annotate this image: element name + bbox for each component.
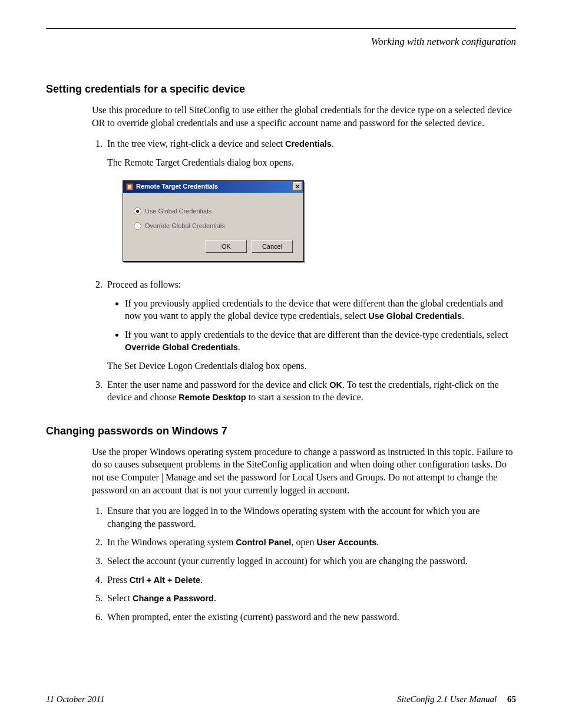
- step-2: Proceed as follows: If you previously ap…: [105, 278, 516, 373]
- page-number: 65: [507, 694, 516, 704]
- pw-step-5: Select Change a Password.: [105, 592, 516, 605]
- radio-override-global[interactable]: Override Global Credentials: [134, 222, 293, 230]
- pw-step-1: Ensure that you are logged in to the Win…: [105, 505, 516, 530]
- step-2-bullet-1-b: .: [462, 311, 464, 321]
- section-heading-passwords: Changing passwords on Windows 7: [46, 425, 516, 437]
- step-2-bullet-2: If you want to apply credentials to the …: [125, 328, 516, 354]
- footer-version: 2.1: [437, 694, 448, 704]
- ok-button[interactable]: OK: [206, 240, 247, 253]
- dialog-titlebar: Remote Target Credentials ✕: [123, 181, 303, 193]
- change-password-label: Change a Password: [133, 594, 214, 603]
- remote-desktop-label: Remote Desktop: [178, 393, 246, 402]
- credentials-label: Credentials: [285, 139, 332, 149]
- radio-use-global[interactable]: Use Global Credentials: [134, 207, 293, 216]
- footer-date: 11 October 2011: [46, 694, 104, 704]
- radio-override-global-label: Override Global Credentials: [145, 222, 225, 230]
- pw-step-2-c: .: [376, 537, 379, 547]
- pw-step-4-b: .: [200, 575, 203, 585]
- step-1-result: The Remote Target Credentials dialog box…: [107, 156, 516, 169]
- app-icon: [125, 183, 134, 191]
- step-1-text-a: In the tree view, right-click a device a…: [107, 139, 285, 149]
- override-global-credentials-label: Override Global Credentials: [125, 342, 238, 352]
- step-1: In the tree view, right-click a device a…: [105, 137, 516, 262]
- close-icon[interactable]: ✕: [293, 182, 302, 191]
- footer-manual-label: User Manual: [450, 694, 497, 704]
- pw-step-4: Press Ctrl + Alt + Delete.: [105, 574, 516, 587]
- pw-step-2-a: In the Windows operating system: [107, 537, 236, 547]
- user-accounts-label: User Accounts: [317, 538, 377, 547]
- pw-step-2-b: , open: [291, 537, 316, 547]
- remote-target-credentials-dialog: Remote Target Credentials ✕ Use Global C…: [123, 180, 304, 262]
- footer-product: SiteConfig: [397, 694, 434, 704]
- pw-step-4-a: Press: [107, 575, 130, 585]
- pw-step-3: Select the account (your currently logge…: [105, 555, 516, 568]
- cancel-button[interactable]: Cancel: [252, 240, 293, 253]
- pw-step-2: In the Windows operating system Control …: [105, 536, 516, 549]
- step-3: Enter the user name and password for the…: [105, 378, 516, 404]
- running-head: Working with network configuration: [46, 36, 516, 48]
- pw-step-6: When prompted, enter the existing (curre…: [105, 611, 516, 624]
- radio-icon: [134, 222, 141, 230]
- svg-rect-2: [128, 185, 131, 189]
- control-panel-label: Control Panel: [236, 538, 291, 547]
- header-rule: [46, 28, 516, 29]
- section2-intro: Use the proper Windows operating system …: [92, 446, 516, 496]
- radio-use-global-label: Use Global Credentials: [145, 207, 211, 216]
- step-2-bullet-2-b: .: [238, 342, 240, 352]
- radio-icon: [134, 207, 141, 215]
- section-heading-credentials: Setting credentials for a specific devic…: [46, 83, 516, 95]
- step-1-text-b: .: [332, 139, 334, 149]
- dialog-title: Remote Target Credentials: [136, 182, 293, 191]
- dialog-figure: Remote Target Credentials ✕ Use Global C…: [123, 180, 516, 262]
- footer-manual: SiteConfig 2.1 User Manual 65: [397, 694, 516, 704]
- pw-step-5-a: Select: [107, 593, 133, 603]
- step-2-bullet-1: If you previously applied credentials to…: [125, 297, 516, 322]
- step-2-result: The Set Device Logon Credentials dialog …: [107, 360, 516, 373]
- ok-label: OK: [329, 380, 342, 390]
- use-global-credentials-label: Use Global Credentials: [368, 311, 462, 321]
- step-2-lead: Proceed as follows:: [107, 279, 181, 289]
- intro-paragraph: Use this procedure to tell SiteConfig to…: [92, 104, 516, 129]
- step-3-a: Enter the user name and password for the…: [107, 380, 329, 390]
- ctrl-alt-delete-label: Ctrl + Alt + Delete: [130, 575, 200, 585]
- pw-step-5-b: .: [214, 593, 216, 603]
- page-footer: 11 October 2011 SiteConfig 2.1 User Manu…: [46, 694, 516, 704]
- step-3-c: to start a session to the device.: [246, 392, 363, 402]
- step-2-bullet-2-a: If you want to apply credentials to the …: [125, 330, 508, 340]
